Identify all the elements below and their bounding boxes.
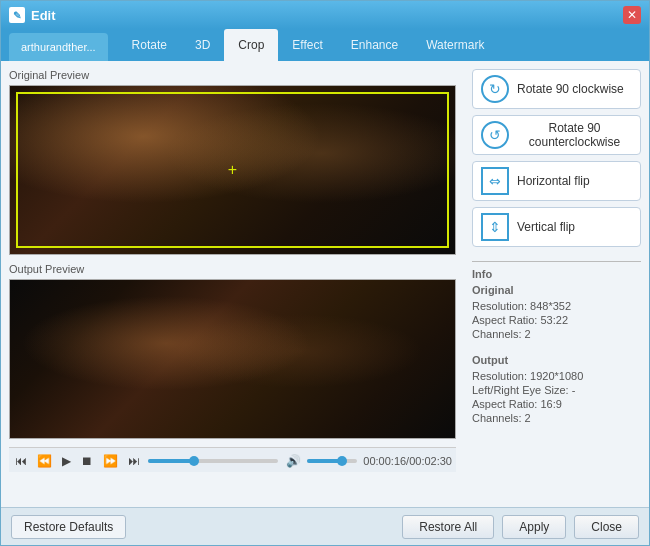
output-aspect: Aspect Ratio: 16:9 <box>472 398 641 410</box>
content-area: Original Preview + Output Preview <box>1 61 649 507</box>
main-tabs: Rotate 3D Crop Effect Enhance Watermark <box>118 29 499 61</box>
volume-bar[interactable] <box>307 459 357 463</box>
output-channels: Channels: 2 <box>472 412 641 424</box>
step-forward-button[interactable]: ⏩ <box>101 452 120 470</box>
rotate-ccw-button[interactable]: ↺ Rotate 90 counterclockwise <box>472 115 641 155</box>
volume-icon[interactable]: 🔊 <box>284 452 303 470</box>
original-channels: Channels: 2 <box>472 328 641 340</box>
rotate-ccw-icon: ↺ <box>481 121 509 149</box>
progress-thumb <box>189 456 199 466</box>
tab-watermark[interactable]: Watermark <box>412 29 498 61</box>
volume-thumb <box>337 456 347 466</box>
original-preview-section: Original Preview + <box>9 69 456 255</box>
original-info-title: Original <box>472 284 641 296</box>
close-button[interactable]: Close <box>574 515 639 539</box>
step-back-button[interactable]: ⏪ <box>35 452 54 470</box>
stop-button[interactable]: ⏹ <box>79 452 95 470</box>
volume-area: 🔊 <box>284 452 357 470</box>
vertical-flip-button[interactable]: ⇕ Vertical flip <box>472 207 641 247</box>
window-title: Edit <box>31 8 56 23</box>
progress-fill <box>148 459 194 463</box>
output-preview-frame <box>9 279 456 439</box>
original-video-content <box>10 86 455 254</box>
info-divider <box>472 261 641 262</box>
output-video-content <box>10 280 455 438</box>
apply-button[interactable]: Apply <box>502 515 566 539</box>
progress-bar[interactable] <box>148 459 278 463</box>
title-bar: ✎ Edit ✕ <box>1 1 649 29</box>
original-resolution: Resolution: 848*352 <box>472 300 641 312</box>
right-panel: ↻ Rotate 90 clockwise ↺ Rotate 90 counte… <box>464 61 649 507</box>
horizontal-flip-icon: ⇔ <box>481 167 509 195</box>
time-display: 00:00:16/00:02:30 <box>363 455 452 467</box>
app-icon: ✎ <box>9 7 25 23</box>
tab-enhance[interactable]: Enhance <box>337 29 412 61</box>
skip-back-button[interactable]: ⏮ <box>13 452 29 470</box>
output-info-title: Output <box>472 354 641 366</box>
rotate-cw-button[interactable]: ↻ Rotate 90 clockwise <box>472 69 641 109</box>
play-button[interactable]: ▶ <box>60 452 73 470</box>
info-section: Info Original Resolution: 848*352 Aspect… <box>472 261 641 426</box>
info-title: Info <box>472 268 641 280</box>
tab-crop[interactable]: Crop <box>224 29 278 61</box>
edit-window: ✎ Edit ✕ arthurandther... Rotate 3D Crop… <box>0 0 650 546</box>
file-tab[interactable]: arthurandther... <box>9 33 108 61</box>
output-leftright: Left/Right Eye Size: - <box>472 384 641 396</box>
title-bar-left: ✎ Edit <box>9 7 56 23</box>
restore-defaults-button[interactable]: Restore Defaults <box>11 515 126 539</box>
original-video <box>10 86 455 254</box>
original-preview-label: Original Preview <box>9 69 456 81</box>
output-video <box>10 280 455 438</box>
bottom-bar: Restore Defaults Restore All Apply Close <box>1 507 649 545</box>
tab-rotate[interactable]: Rotate <box>118 29 181 61</box>
close-window-button[interactable]: ✕ <box>623 6 641 24</box>
player-bar: ⏮ ⏪ ▶ ⏹ ⏩ ⏭ 🔊 00:00:16/00:02:30 <box>9 447 456 472</box>
original-aspect: Aspect Ratio: 53:22 <box>472 314 641 326</box>
left-panel: Original Preview + Output Preview <box>1 61 464 507</box>
horizontal-flip-button[interactable]: ⇔ Horizontal flip <box>472 161 641 201</box>
tab-effect[interactable]: Effect <box>278 29 336 61</box>
output-resolution: Resolution: 1920*1080 <box>472 370 641 382</box>
skip-forward-button[interactable]: ⏭ <box>126 452 142 470</box>
restore-all-button[interactable]: Restore All <box>402 515 494 539</box>
tab-header: arthurandther... Rotate 3D Crop Effect E… <box>1 29 649 61</box>
output-preview-label: Output Preview <box>9 263 456 275</box>
output-preview-section: Output Preview <box>9 263 456 439</box>
original-preview-frame: + <box>9 85 456 255</box>
rotate-cw-icon: ↻ <box>481 75 509 103</box>
tab-3d[interactable]: 3D <box>181 29 224 61</box>
vertical-flip-icon: ⇕ <box>481 213 509 241</box>
